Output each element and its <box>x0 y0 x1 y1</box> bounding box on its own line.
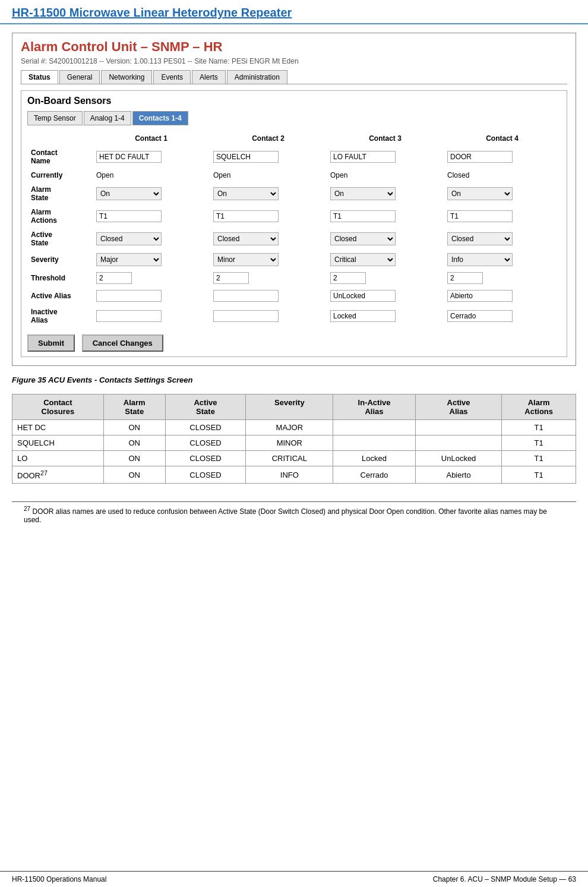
input-c3-threshold[interactable] <box>330 272 366 284</box>
input-c3-active-alias[interactable] <box>330 290 396 302</box>
input-c1-name[interactable] <box>96 151 162 163</box>
label-severity: Severity <box>27 250 93 269</box>
summary-cell-hetdc-alarm: ON <box>103 420 165 435</box>
input-c2-inactive-alias[interactable] <box>213 310 279 322</box>
acu-title: Alarm Control Unit – SNMP – HR <box>21 39 567 55</box>
cell-c2-name <box>210 146 327 168</box>
tab-alerts[interactable]: Alerts <box>192 70 226 84</box>
tab-general[interactable]: General <box>59 70 100 84</box>
footnote-content: DOOR alias names are used to reduce conf… <box>24 507 547 524</box>
tab-administration[interactable]: Administration <box>227 70 287 84</box>
input-c1-active-alias[interactable] <box>96 290 162 302</box>
summary-row-lo: LO ON CLOSED CRITICAL Locked UnLocked T1 <box>12 451 576 466</box>
input-c1-threshold[interactable] <box>96 272 132 284</box>
cell-c4-alarm-state: On Off <box>444 182 561 205</box>
summary-cell-lo-active: CLOSED <box>165 451 246 466</box>
cell-c1-currently: Open <box>93 168 210 182</box>
sub-tab-contacts[interactable]: Contacts 1-4 <box>132 111 188 125</box>
input-c3-name[interactable] <box>330 151 396 163</box>
summary-cell-lo-actions: T1 <box>502 451 576 466</box>
cell-c1-alarm-actions <box>93 205 210 228</box>
figure-caption: Figure 35 ACU Events - Contacts Settings… <box>12 375 576 384</box>
input-c2-alarm-actions[interactable] <box>213 210 279 222</box>
summary-cell-door-contact: DOOR27 <box>12 466 104 484</box>
summary-cell-hetdc-severity: MAJOR <box>246 420 333 435</box>
summary-cell-hetdc-actions: T1 <box>502 420 576 435</box>
cell-c3-severity: Major Minor Critical Info <box>327 250 444 269</box>
select-c4-severity[interactable]: Major Minor Critical Info <box>447 253 513 266</box>
cell-c4-severity: Major Minor Critical Info <box>444 250 561 269</box>
col-header-empty <box>27 131 93 146</box>
cell-c3-inactive-alias <box>327 305 444 327</box>
select-c4-alarm-state[interactable]: On Off <box>447 187 513 200</box>
cell-c1-threshold <box>93 269 210 287</box>
select-c2-alarm-state[interactable]: On Off <box>213 187 279 200</box>
label-active-state: ActiveState <box>27 228 93 250</box>
select-c1-active-state[interactable]: Closed Open <box>96 232 162 245</box>
summary-cell-squelch-alarm: ON <box>103 435 165 451</box>
summary-cell-door-inactive-alias: Cerrado <box>333 466 416 484</box>
footnote-ref: 27 <box>40 469 48 476</box>
input-c4-alarm-actions[interactable] <box>447 210 513 222</box>
input-c1-inactive-alias[interactable] <box>96 310 162 322</box>
tab-status[interactable]: Status <box>21 70 58 84</box>
select-c3-severity[interactable]: Major Minor Critical Info <box>330 253 396 266</box>
select-c3-active-state[interactable]: Closed Open <box>330 232 396 245</box>
cell-c2-active-alias <box>210 287 327 305</box>
select-c4-active-state[interactable]: Closed Open <box>447 232 513 245</box>
select-c3-alarm-state[interactable]: On Off <box>330 187 396 200</box>
summary-cell-squelch-severity: MINOR <box>246 435 333 451</box>
cell-c2-inactive-alias <box>210 305 327 327</box>
sensor-section-title: On-Board Sensors <box>27 96 561 106</box>
cancel-button[interactable]: Cancel Changes <box>82 334 163 352</box>
input-c2-name[interactable] <box>213 151 279 163</box>
cell-c2-currently: Open <box>210 168 327 182</box>
cell-c1-active-alias <box>93 287 210 305</box>
select-c2-severity[interactable]: Major Minor Critical Info <box>213 253 279 266</box>
page-title: HR-11500 Microwave Linear Heterodyne Rep… <box>12 6 576 20</box>
tab-networking[interactable]: Networking <box>101 70 152 84</box>
summary-col-inactive-alias: In-ActiveAlias <box>333 394 416 420</box>
summary-col-alarm-state: AlarmState <box>103 394 165 420</box>
tab-events[interactable]: Events <box>153 70 191 84</box>
input-c2-active-alias[interactable] <box>213 290 279 302</box>
cell-c4-active-alias <box>444 287 561 305</box>
acu-box: Alarm Control Unit – SNMP – HR Serial #:… <box>12 33 576 366</box>
cell-c2-severity: Major Minor Critical Info <box>210 250 327 269</box>
cell-c1-active-state: Closed Open <box>93 228 210 250</box>
input-c3-inactive-alias[interactable] <box>330 310 396 322</box>
summary-cell-door-alarm: ON <box>103 466 165 484</box>
input-c1-alarm-actions[interactable] <box>96 210 162 222</box>
col-header-contact2: Contact 2 <box>210 131 327 146</box>
cell-c3-threshold <box>327 269 444 287</box>
label-alarm-state: AlarmState <box>27 182 93 205</box>
summary-col-active-state: ActiveState <box>165 394 246 420</box>
row-threshold: Threshold <box>27 269 561 287</box>
submit-button[interactable]: Submit <box>27 334 75 352</box>
sub-tab-temp-sensor[interactable]: Temp Sensor <box>27 111 83 125</box>
select-c1-severity[interactable]: Major Minor Critical Info <box>96 253 162 266</box>
label-currently: Currently <box>27 168 93 182</box>
footer-left: HR-11500 Operations Manual <box>12 875 106 883</box>
summary-col-active-alias: ActiveAlias <box>415 394 502 420</box>
input-c4-name[interactable] <box>447 151 513 163</box>
input-c3-alarm-actions[interactable] <box>330 210 396 222</box>
summary-cell-squelch-actions: T1 <box>502 435 576 451</box>
sub-tab-analog[interactable]: Analog 1-4 <box>84 111 131 125</box>
summary-col-contact-closures: ContactClosures <box>12 394 104 420</box>
cell-c4-active-state: Closed Open <box>444 228 561 250</box>
input-c4-inactive-alias[interactable] <box>447 310 513 322</box>
nav-tabs: Status General Networking Events Alerts … <box>21 70 567 84</box>
input-c2-threshold[interactable] <box>213 272 249 284</box>
cell-c4-inactive-alias <box>444 305 561 327</box>
select-c2-active-state[interactable]: Closed Open <box>213 232 279 245</box>
cell-c3-name <box>327 146 444 168</box>
cell-c1-name <box>93 146 210 168</box>
select-c1-alarm-state[interactable]: On Off <box>96 187 162 200</box>
summary-cell-door-active-alias: Abierto <box>415 466 502 484</box>
cell-c3-alarm-state: On Off <box>327 182 444 205</box>
row-contact-name: ContactName <box>27 146 561 168</box>
input-c4-active-alias[interactable] <box>447 290 513 302</box>
input-c4-threshold[interactable] <box>447 272 483 284</box>
summary-cell-lo-inactive-alias: Locked <box>333 451 416 466</box>
